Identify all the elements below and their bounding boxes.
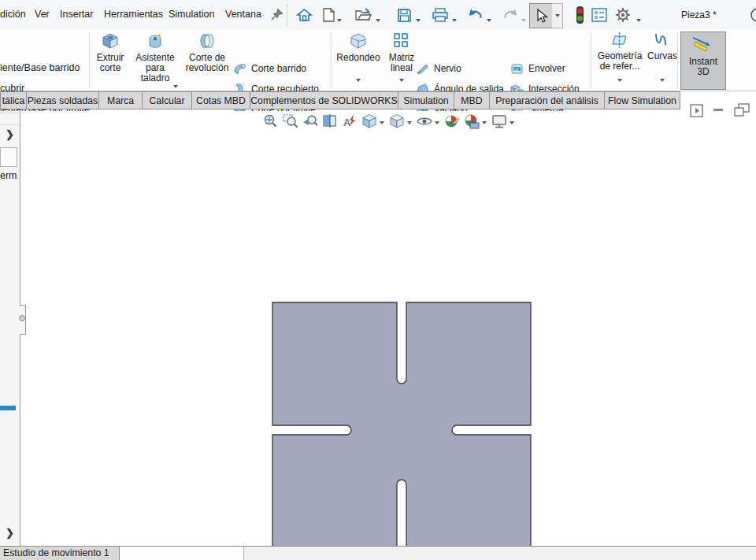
button-extruir-corte[interactable]: Extruir corte (91, 32, 129, 90)
tab-piezas-soldadas[interactable]: Piezas soldadas (26, 91, 99, 109)
extruir-corte-icon (101, 32, 120, 50)
command-manager-tabs: tálica Piezas soldadas Marca Calcular Co… (0, 91, 687, 111)
search-icon-partial[interactable] (747, 7, 756, 23)
panel-splitter-handle[interactable] (19, 315, 25, 321)
button-asistente-para-taladro[interactable]: Asistente para taladro (131, 32, 180, 90)
zoom-fit-icon[interactable] (262, 113, 280, 130)
button-envolver[interactable]: cd Envolver (510, 58, 565, 79)
menu-item-ver[interactable]: Ver (35, 9, 50, 20)
corte-revolucion-icon (198, 32, 217, 50)
hole-wizard-dropdown[interactable] (173, 80, 178, 91)
ribbon-separator (591, 33, 591, 88)
motion-study-bar-empty (120, 547, 244, 560)
expand-panel-chevron-top[interactable]: ❯ (6, 128, 14, 140)
menu-item-insertar[interactable]: Insertar (60, 9, 93, 20)
button-curvas[interactable]: Curvas (643, 32, 682, 90)
nervio-icon (416, 62, 429, 76)
settings-gear-icon[interactable] (614, 6, 632, 24)
open-dropdown[interactable] (376, 13, 380, 24)
panel-divider (0, 124, 20, 125)
minimize-icon[interactable] (713, 108, 724, 112)
panel-divider (0, 113, 20, 113)
button-redondeo[interactable]: Redondeo (335, 32, 381, 90)
tab-estudio-de-movimiento[interactable]: Estudio de movimiento 1 (0, 547, 120, 560)
edit-appearance-icon[interactable] (443, 113, 461, 130)
tab-chapa-metalica[interactable]: tálica (0, 91, 27, 109)
button-saliente-base-barrido[interactable]: iente/Base barrido (0, 62, 80, 73)
restore-icon[interactable] (734, 103, 750, 117)
corte-barrido-icon (233, 62, 246, 76)
curvas-dropdown[interactable] (660, 73, 665, 84)
menu-item-edicion[interactable]: dición (0, 9, 26, 20)
annotation-views-icon[interactable]: A (341, 113, 358, 130)
new-document-icon[interactable] (320, 6, 337, 24)
performance-traffic-light-icon[interactable] (571, 6, 588, 24)
print-dropdown[interactable] (452, 13, 457, 24)
view-orientation-dropdown[interactable] (380, 116, 384, 127)
tab-preparacion-analisis[interactable]: Preparación del análisis (489, 91, 605, 109)
button-geometria-de-referencia[interactable]: Geometría de refer... (597, 32, 643, 90)
envolver-icon: cd (510, 62, 524, 76)
tab-mbd[interactable]: MBD (454, 91, 490, 109)
tab-complementos-solidworks[interactable]: Complementos de SOLIDWORKS (250, 91, 398, 109)
expand-panel-chevron-bottom[interactable]: ❯ (6, 527, 14, 539)
graphics-area[interactable]: A (0, 111, 756, 546)
instant-3d-icon (693, 35, 713, 54)
ribbon-separator (89, 33, 90, 88)
section-view-icon[interactable] (321, 113, 339, 130)
menu-item-ventana[interactable]: Ventana (225, 9, 261, 20)
button-nervio[interactable]: Nervio (416, 58, 461, 79)
pane-expand-icon[interactable] (690, 104, 703, 117)
motion-study-bar: Estudio de movimiento 1 (0, 546, 756, 560)
view-settings-icon[interactable] (491, 113, 508, 130)
ribbon-separator (677, 33, 678, 88)
apply-scene-dropdown[interactable] (482, 116, 487, 127)
open-icon[interactable] (354, 6, 372, 24)
menu-item-simulation[interactable]: Simulation (169, 9, 214, 20)
tab-cotas-mbd[interactable]: Cotas MBD (191, 91, 250, 109)
button-corte-de-revolucion[interactable]: Corte de revolución (181, 32, 233, 90)
options-list-icon[interactable] (591, 6, 608, 24)
save-dropdown[interactable] (416, 13, 421, 24)
previous-view-icon[interactable] (302, 113, 319, 130)
tab-flow-simulation[interactable]: Flow Simulation (604, 91, 680, 109)
select-cursor-icon[interactable] (529, 3, 553, 28)
part-body[interactable] (272, 302, 532, 560)
redo-icon (502, 6, 520, 24)
save-icon[interactable] (395, 6, 413, 24)
new-document-dropdown[interactable] (337, 13, 342, 24)
matriz-lineal-dropdown[interactable] (399, 73, 404, 84)
zoom-area-icon[interactable] (282, 113, 299, 130)
display-style-dropdown[interactable] (407, 116, 412, 127)
print-icon[interactable] (432, 6, 449, 24)
matriz-lineal-icon (392, 32, 411, 50)
document-title: Pieza3 * (681, 9, 717, 20)
tab-marca[interactable]: Marca (98, 91, 143, 109)
redondeo-icon (349, 32, 368, 50)
display-style-icon[interactable] (388, 113, 406, 130)
curvas-icon (653, 32, 672, 49)
partial-panel-button[interactable] (0, 147, 17, 167)
undo-dropdown[interactable] (487, 13, 491, 24)
tab-simulation[interactable]: Simulation (398, 91, 454, 109)
hide-show-items-dropdown[interactable] (435, 116, 439, 127)
tab-calcular[interactable]: Calcular (142, 91, 192, 109)
redondeo-dropdown[interactable] (356, 73, 361, 84)
hide-show-items-icon[interactable] (416, 113, 433, 130)
undo-icon[interactable] (466, 6, 484, 24)
panel-accent-bar (0, 406, 16, 410)
ribbon-separator (331, 33, 332, 88)
partial-panel-text: erm (0, 170, 17, 181)
geometria-referencia-dropdown[interactable] (617, 73, 622, 84)
settings-dropdown[interactable] (636, 13, 641, 24)
view-orientation-icon[interactable] (361, 113, 378, 130)
button-matriz-lineal[interactable]: Matriz lineal (383, 32, 421, 90)
button-corte-barrido[interactable]: Corte barrido (233, 58, 306, 79)
button-instant-3d[interactable]: Instant 3D (680, 32, 726, 90)
view-settings-dropdown[interactable] (510, 116, 514, 127)
select-cursor-dropdown[interactable] (552, 3, 563, 28)
pin-icon[interactable] (269, 6, 286, 23)
menu-item-herramientas[interactable]: Herramientas (104, 9, 163, 20)
home-icon[interactable] (295, 6, 313, 24)
apply-scene-icon[interactable] (463, 113, 480, 130)
